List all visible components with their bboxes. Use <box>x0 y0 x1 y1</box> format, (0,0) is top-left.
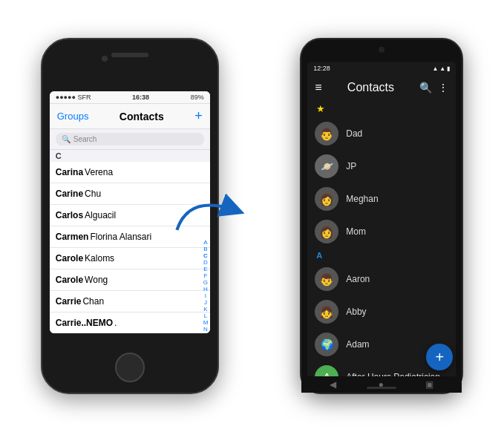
avatar: 👩 <box>315 187 338 211</box>
list-item[interactable]: 🪐 JP <box>307 150 456 183</box>
more-options-icon[interactable]: ⋮ <box>438 82 448 94</box>
android-screen: 12:28 ▲ ▲ ▮ ≡ Contacts 🔍 ⋮ ★ <box>307 62 456 379</box>
list-item[interactable]: 👦 Aaron <box>307 263 456 295</box>
android-camera <box>379 47 384 53</box>
list-item[interactable]: 👩 Mom <box>307 215 456 248</box>
arrow-container <box>171 185 245 247</box>
iphone-carrier: ●●●●● SFR <box>56 94 91 101</box>
alphabet-index[interactable]: A B C D E F G H I J K L M N O P Q <box>203 239 209 333</box>
avatar: 👧 <box>315 300 338 324</box>
iphone-home-button[interactable] <box>115 353 145 382</box>
android-device: 12:28 ▲ ▲ ▮ ≡ Contacts 🔍 ⋮ ★ <box>300 38 463 394</box>
android-page-title: Contacts <box>347 81 394 94</box>
starred-section-label: ★ <box>307 100 456 117</box>
android-home-indicator <box>367 387 396 389</box>
ios-navbar: Groups Contacts + <box>50 104 210 129</box>
menu-icon[interactable]: ≡ <box>315 81 321 94</box>
list-item[interactable]: 👧 Abby <box>307 295 456 328</box>
transfer-arrow <box>171 185 245 244</box>
iphone-status-right: 89% <box>191 94 204 101</box>
ios-search-container: 🔍 Search <box>50 129 210 150</box>
section-header-a: A <box>307 248 456 263</box>
search-icon: 🔍 <box>62 135 71 143</box>
iphone-time: 16:38 <box>132 94 149 101</box>
avatar: 👦 <box>315 267 338 291</box>
android-status-icons: ▲ ▲ ▮ <box>432 65 450 72</box>
iphone-speaker <box>111 53 148 57</box>
ios-page-title: Contacts <box>120 111 164 122</box>
main-scene: ●●●●● SFR 16:38 89% Groups Contacts + 🔍 … <box>0 0 504 432</box>
iphone-camera <box>102 56 108 62</box>
android-topbar: ≡ Contacts 🔍 ⋮ <box>307 75 456 100</box>
section-header-c: C <box>50 150 210 162</box>
ios-add-button[interactable]: + <box>194 108 203 124</box>
fab-add-contact[interactable]: + <box>426 344 453 370</box>
list-item[interactable]: Carina Verena <box>50 162 210 183</box>
android-topbar-icons: 🔍 ⋮ <box>419 82 448 94</box>
star-icon: ★ <box>316 103 325 114</box>
ios-search-bar[interactable]: 🔍 Search <box>56 133 204 145</box>
battery-icon: ▮ <box>447 65 450 72</box>
avatar: 👨 <box>315 122 338 145</box>
recents-button[interactable]: ▣ <box>425 379 433 390</box>
android-bottom-nav: ◀ ● ▣ <box>301 376 462 393</box>
android-time: 12:28 <box>313 65 330 72</box>
list-item[interactable]: Carole Kaloms <box>50 248 210 269</box>
avatar: 🌍 <box>315 333 338 356</box>
list-item[interactable]: Carole Wong <box>50 269 210 291</box>
list-item[interactable]: Carrie Chan <box>50 291 210 312</box>
wifi-icon: ▲ <box>439 65 445 72</box>
back-button[interactable]: ◀ <box>330 379 336 390</box>
avatar: 🪐 <box>315 154 338 178</box>
search-icon[interactable]: 🔍 <box>419 82 432 94</box>
list-item[interactable]: 👨 Dad <box>307 117 456 150</box>
avatar: 👩 <box>315 220 338 243</box>
iphone-status-bar: ●●●●● SFR 16:38 89% <box>50 91 210 104</box>
groups-button[interactable]: Groups <box>57 111 89 122</box>
ios-search-placeholder: Search <box>73 135 97 143</box>
android-status-bar: 12:28 ▲ ▲ ▮ <box>307 62 456 75</box>
list-item[interactable]: 👩 Meghan <box>307 183 456 215</box>
iphone-battery: 89% <box>191 94 204 101</box>
signal-icon: ▲ <box>432 65 438 72</box>
list-item[interactable]: Carrie..NEMO . <box>50 312 210 333</box>
